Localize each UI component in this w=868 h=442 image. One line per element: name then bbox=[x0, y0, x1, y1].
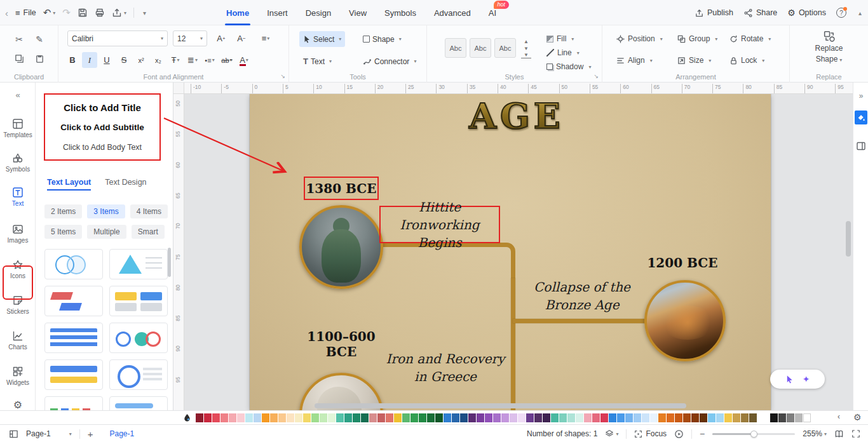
underline-button[interactable]: U bbox=[99, 52, 114, 68]
color-swatch[interactable] bbox=[778, 413, 786, 422]
superscript-button[interactable]: x² bbox=[133, 52, 149, 68]
color-swatch[interactable] bbox=[237, 413, 245, 422]
color-swatch[interactable] bbox=[803, 413, 811, 422]
palette-prev-icon[interactable]: ‹ bbox=[837, 412, 840, 421]
tab-text-design[interactable]: Text Design bbox=[105, 178, 146, 191]
color-swatch[interactable] bbox=[559, 413, 567, 422]
filter-2-items[interactable]: 2 Items bbox=[44, 204, 82, 218]
add-page-button[interactable]: + bbox=[88, 429, 93, 439]
paste-button[interactable] bbox=[32, 51, 47, 66]
panel-layout-button[interactable] bbox=[856, 141, 866, 151]
color-swatch[interactable] bbox=[435, 413, 443, 422]
style-preset-2[interactable]: Abc bbox=[470, 38, 491, 58]
focus-mode-button[interactable]: Focus bbox=[634, 429, 667, 438]
more-styles-icon[interactable]: ▼ bbox=[521, 52, 531, 58]
lock-button[interactable]: Lock▾ bbox=[729, 56, 764, 65]
shape-tool-button[interactable]: Shape▾ bbox=[359, 31, 405, 47]
publish-button[interactable]: Publish bbox=[695, 8, 733, 18]
color-swatch[interactable] bbox=[377, 413, 385, 422]
color-swatch[interactable] bbox=[795, 413, 803, 422]
line-spacing-button[interactable]: ≣▾ bbox=[185, 52, 200, 68]
dialog-launcher-icon[interactable]: ↘ bbox=[593, 73, 599, 79]
color-picker-icon[interactable] bbox=[182, 413, 192, 422]
color-swatch[interactable] bbox=[444, 413, 451, 422]
color-swatch[interactable] bbox=[220, 413, 228, 422]
tab-text-layout[interactable]: Text Layout bbox=[47, 178, 91, 191]
color-swatch[interactable] bbox=[667, 413, 674, 422]
color-swatch[interactable] bbox=[254, 413, 261, 422]
color-swatch[interactable] bbox=[419, 413, 426, 422]
color-swatch[interactable] bbox=[229, 413, 236, 422]
tab-advanced[interactable]: Advanced bbox=[434, 0, 471, 25]
filter-5-items[interactable]: 5 Items bbox=[44, 225, 82, 239]
color-swatch[interactable] bbox=[787, 413, 794, 422]
color-swatch[interactable] bbox=[510, 413, 517, 422]
timeline-branch[interactable] bbox=[513, 319, 647, 323]
fullscreen-button[interactable] bbox=[851, 429, 860, 438]
text-layout-thumbnail[interactable] bbox=[109, 396, 168, 410]
sidebar-item-widgets[interactable]: Widgets bbox=[0, 366, 36, 386]
color-swatch[interactable] bbox=[584, 413, 592, 422]
add-subtitle-option[interactable]: Click to Add Subtitle bbox=[45, 123, 159, 132]
back-icon[interactable]: ‹ bbox=[5, 8, 8, 18]
group-button[interactable]: Group▾ bbox=[677, 34, 717, 43]
collapse-ribbon-icon[interactable]: ▴ bbox=[858, 10, 862, 17]
color-swatch[interactable] bbox=[625, 413, 633, 422]
color-swatch[interactable] bbox=[204, 413, 212, 422]
color-swatch[interactable] bbox=[452, 413, 459, 422]
scroll-up-icon[interactable]: ▲ bbox=[521, 38, 531, 44]
filter-multiple[interactable]: Multiple bbox=[87, 225, 126, 239]
align-button[interactable]: Align▾ bbox=[616, 56, 653, 65]
color-swatch[interactable] bbox=[320, 413, 327, 422]
text-layout-thumbnail[interactable] bbox=[109, 286, 168, 316]
color-swatch[interactable] bbox=[212, 413, 220, 422]
position-button[interactable]: Position▾ bbox=[616, 34, 663, 43]
color-swatch[interactable] bbox=[675, 413, 682, 422]
style-preset-3[interactable]: Abc bbox=[494, 38, 516, 58]
color-swatch[interactable] bbox=[303, 413, 311, 422]
undo-button[interactable]: ↶▾ bbox=[43, 7, 56, 18]
document-page[interactable]: AGE 1380 BCE Hittite Ironworking Begins … bbox=[250, 94, 771, 410]
tab-ai[interactable]: AIhot bbox=[489, 0, 496, 25]
bold-button[interactable]: B bbox=[65, 52, 80, 68]
text-align-button[interactable]: ≡▾ bbox=[258, 30, 273, 46]
zoom-out-button[interactable]: − bbox=[700, 429, 705, 439]
redo-button[interactable]: ↷ bbox=[62, 7, 71, 18]
style-preset-1[interactable]: Abc bbox=[445, 38, 466, 58]
color-swatch[interactable] bbox=[576, 413, 583, 422]
color-swatch[interactable] bbox=[278, 413, 286, 422]
add-title-option[interactable]: Click to Add Title bbox=[45, 102, 159, 113]
color-swatch[interactable] bbox=[770, 413, 778, 422]
color-swatch[interactable] bbox=[410, 413, 418, 422]
tab-insert[interactable]: Insert bbox=[267, 0, 288, 25]
color-swatch[interactable] bbox=[617, 413, 625, 422]
color-swatch[interactable] bbox=[311, 413, 319, 422]
clear-format-button[interactable]: ab▾ bbox=[219, 52, 234, 68]
rotate-button[interactable]: Rotate▾ bbox=[729, 34, 771, 43]
replace-shape-button[interactable]: Replace Shape▾ bbox=[790, 30, 868, 64]
color-swatch[interactable] bbox=[477, 413, 484, 422]
scroll-down-icon[interactable]: ▼ bbox=[521, 45, 531, 51]
customize-toolbar-icon[interactable]: ▾ bbox=[143, 10, 146, 17]
vertical-scrollbar[interactable] bbox=[846, 221, 851, 257]
tab-home[interactable]: Home bbox=[226, 0, 249, 25]
color-swatch[interactable] bbox=[716, 413, 724, 422]
filter-smart[interactable]: Smart bbox=[132, 225, 165, 239]
increase-font-button[interactable]: A+ bbox=[214, 30, 229, 46]
event-date[interactable]: 1200 BCE bbox=[637, 255, 728, 271]
text-layout-thumbnail[interactable] bbox=[44, 396, 103, 410]
decrease-font-button[interactable]: A− bbox=[234, 30, 249, 46]
color-swatch[interactable] bbox=[724, 413, 732, 422]
sidebar-item-charts[interactable]: Charts bbox=[0, 330, 36, 351]
sidebar-item-templates[interactable]: Templates bbox=[0, 118, 36, 138]
color-swatch[interactable] bbox=[658, 413, 666, 422]
color-swatch[interactable] bbox=[551, 413, 559, 422]
share-button[interactable]: Share bbox=[743, 8, 777, 18]
color-swatch[interactable] bbox=[534, 413, 542, 422]
fill-tool-button[interactable] bbox=[855, 110, 867, 124]
page-selector-dropdown[interactable]: Page-1 ▾ bbox=[26, 429, 72, 438]
color-swatch[interactable] bbox=[493, 413, 501, 422]
color-swatch[interactable] bbox=[642, 413, 649, 422]
file-menu[interactable]: ≡ File bbox=[15, 8, 36, 18]
collapse-sidebar-icon[interactable]: « bbox=[0, 90, 36, 100]
